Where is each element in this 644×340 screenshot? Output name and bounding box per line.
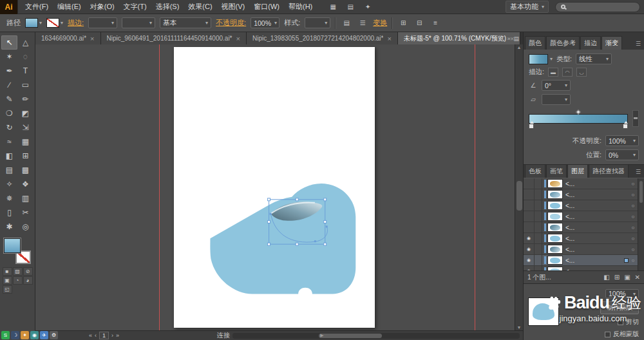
preferences-icon[interactable]: ☰ [357,18,368,28]
layer-label[interactable]: <... [565,180,629,187]
visibility-toggle[interactable]: ◉ [524,255,535,265]
none-button[interactable]: ⊘ [23,267,33,276]
document-setup-icon[interactable]: ▤ [341,18,352,28]
menu-item[interactable]: 对象(O) [86,0,119,14]
perspective-grid-tool[interactable]: ⊞ [17,149,33,163]
layer-label[interactable]: <... [565,235,629,242]
fill-color-indicator[interactable] [4,238,21,253]
lock-toggle[interactable] [535,178,542,189]
hand-tool[interactable]: ✱ [1,220,17,234]
target-icon[interactable]: ○ [629,247,638,252]
menu-item[interactable]: 窗口(W) [249,0,284,14]
draw-normal-button[interactable]: ▣ [3,276,12,285]
workspace-switcher[interactable]: 基本功能 ▾ [506,1,549,13]
delete-layer-icon[interactable]: ✕ [635,274,640,281]
tab-swatches[interactable]: 色板 [525,164,545,178]
eraser-tool[interactable]: ◩ [17,106,33,120]
target-icon[interactable]: ○ [629,181,638,187]
taskbar-icon[interactable]: ✦ [21,331,29,339]
fill-color-swatch[interactable] [25,18,38,28]
transparency-opacity-select[interactable]: 100%▾ [605,289,639,298]
vertical-scrollbar[interactable]: ▲ ▼ [515,44,523,330]
layer-row[interactable]: ◉ <... ○ [524,233,644,244]
eyedropper-tool[interactable]: ✧ [1,177,17,191]
draw-behind-button[interactable]: ◔ [13,276,23,285]
target-icon[interactable]: ○ [629,203,638,209]
pen-tool[interactable]: ✒ [1,64,17,78]
direct-selection-tool[interactable]: △ [17,35,33,50]
target-icon[interactable]: ○ [629,225,638,231]
visibility-toggle[interactable]: ◉ [524,244,535,254]
tab-overflow-icon[interactable]: » [507,35,510,42]
tab-gradient[interactable]: 渐变 [601,36,622,50]
tab-close-icon[interactable]: × [387,35,391,42]
bridge-icon[interactable]: ▦ [327,2,339,12]
rectangle-tool[interactable]: ▭ [17,78,33,92]
arrange-documents-icon[interactable]: ▤ [345,2,356,12]
clip-checkbox[interactable]: 剪切 [618,317,639,326]
layer-row[interactable]: ◉ <... ○ [524,222,644,233]
canvas[interactable] [35,44,515,330]
gradient-swatch[interactable]: ▾ [529,54,553,64]
layer-row[interactable]: ◉ <... ○ [524,189,644,200]
lock-toggle[interactable] [535,211,542,222]
layer-label[interactable]: <... [565,224,629,231]
menu-item[interactable]: 文件(F) [21,0,53,14]
paintbrush-tool[interactable]: ✎ [1,92,17,106]
lock-toggle[interactable] [535,266,542,270]
visibility-toggle[interactable]: ◉ [524,178,535,189]
invert-mask-checkbox[interactable]: 反相蒙版 [605,330,639,339]
new-sublayer-icon[interactable]: ⊞ [614,274,620,281]
column-graph-tool[interactable]: ▥ [17,191,33,205]
gradient-type-select[interactable]: 线性▾ [576,53,612,64]
blob-brush-tool[interactable]: ❍ [1,106,17,120]
style-select[interactable]: ▾ [305,17,330,28]
document-tab[interactable]: 1634669000.ai* × [35,32,101,44]
shape-builder-tool[interactable]: ◧ [1,149,17,163]
cs-live-icon[interactable]: ✦ [362,2,374,12]
gradient-slider[interactable] [529,114,628,124]
lock-toggle[interactable] [535,222,542,232]
layer-label[interactable]: <... [565,213,629,220]
menu-item[interactable]: 视图(V) [217,0,250,14]
gradient-opacity-select[interactable]: 100%▾ [605,135,639,146]
artboard[interactable] [174,47,375,328]
layer-row[interactable]: ◉ <... ○ [524,266,644,270]
more-options-icon[interactable]: ≡ [430,18,441,28]
scroll-up-icon[interactable]: ▲ [515,45,523,50]
tab-color-guide[interactable]: 颜色参考 [546,36,580,50]
taskbar-icon[interactable]: ◉ [30,331,39,339]
opacity-select[interactable]: 100%▾ [251,17,279,28]
lock-toggle[interactable] [535,255,542,265]
lock-toggle[interactable] [535,233,542,243]
transform-panel-link[interactable]: 变换 [373,18,387,28]
taskbar-icon[interactable]: ⚙ [50,331,58,339]
gradient-angle-select[interactable]: 0°▾ [542,80,571,91]
zoom-tool[interactable]: ◎ [17,220,33,234]
selection-tool[interactable]: ↖ [1,35,17,50]
line-segment-tool[interactable]: ∕ [1,78,17,92]
gradient-button[interactable]: ▨ [13,267,23,276]
menu-item[interactable]: 帮助(H) [284,0,317,14]
tab-layers[interactable]: 图层 [567,164,588,178]
brush-definition-select[interactable]: 基本▾ [160,17,211,28]
gradient-midpoint-handle[interactable] [576,109,581,114]
make-mask-button[interactable]: 制作蒙版 [600,301,639,314]
vertical-scroll-thumb[interactable] [516,181,522,211]
panel-menu-icon[interactable]: ☰ [634,41,643,50]
layer-row[interactable]: ◉ <... ○ [524,255,644,266]
target-icon[interactable]: ○ [629,236,638,241]
visibility-toggle[interactable]: ◉ [524,222,535,232]
magic-wand-tool[interactable]: ✶ [1,50,17,64]
object-thumbnail[interactable] [529,298,558,325]
align-icon[interactable]: ⊞ [397,18,409,28]
app-logo[interactable]: Ai [0,0,18,14]
visibility-toggle[interactable]: ◉ [524,211,535,222]
stroke-weight-select[interactable]: ▾ [88,17,117,28]
gradient-opacity-slider[interactable] [632,110,639,127]
new-layer-icon[interactable]: ▣ [624,274,630,281]
document-tab[interactable]: 未标题-5* @ 100.71% (CMYK/预览) × [398,32,521,44]
layer-label[interactable]: <... [565,268,629,271]
scroll-down-icon[interactable]: ▼ [515,325,523,330]
type-tool[interactable]: T [17,64,33,78]
